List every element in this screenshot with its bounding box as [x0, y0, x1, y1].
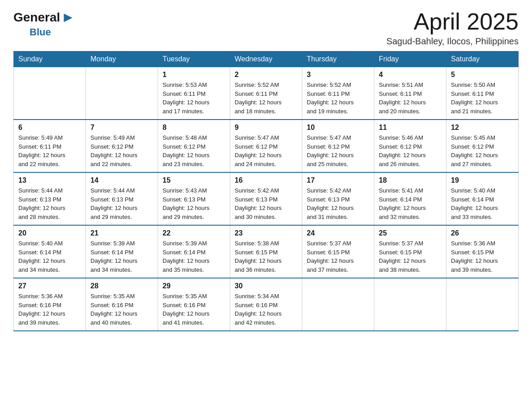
calendar-cell: 5Sunrise: 5:50 AM Sunset: 6:11 PM Daylig… — [446, 67, 519, 120]
calendar-cell: 24Sunrise: 5:37 AM Sunset: 6:15 PM Dayli… — [302, 225, 374, 278]
day-number: 13 — [18, 176, 81, 184]
day-info: Sunrise: 5:35 AM Sunset: 6:16 PM Dayligh… — [90, 292, 153, 327]
logo-arrow-icon: ► — [61, 9, 75, 26]
day-info: Sunrise: 5:35 AM Sunset: 6:16 PM Dayligh… — [163, 292, 225, 327]
calendar-cell: 19Sunrise: 5:40 AM Sunset: 6:14 PM Dayli… — [446, 172, 519, 225]
day-info: Sunrise: 5:49 AM Sunset: 6:12 PM Dayligh… — [90, 133, 153, 168]
calendar-week-row: 20Sunrise: 5:40 AM Sunset: 6:14 PM Dayli… — [14, 225, 519, 278]
day-info: Sunrise: 5:42 AM Sunset: 6:13 PM Dayligh… — [235, 186, 297, 221]
column-header-monday: Monday — [86, 51, 158, 67]
day-info: Sunrise: 5:47 AM Sunset: 6:12 PM Dayligh… — [307, 133, 369, 168]
day-number: 12 — [451, 124, 514, 132]
day-number: 22 — [163, 229, 225, 237]
day-number: 26 — [451, 229, 514, 237]
calendar-cell: 10Sunrise: 5:47 AM Sunset: 6:12 PM Dayli… — [302, 120, 374, 172]
day-number: 24 — [307, 229, 369, 237]
title-section: April 2025 Sagud-Bahley, Ilocos, Philipp… — [386, 9, 519, 47]
column-header-sunday: Sunday — [14, 51, 86, 67]
day-number: 17 — [307, 176, 369, 184]
day-number: 25 — [379, 229, 442, 237]
calendar-cell: 8Sunrise: 5:48 AM Sunset: 6:12 PM Daylig… — [158, 120, 230, 172]
day-number: 2 — [235, 71, 297, 79]
day-number: 21 — [90, 229, 153, 237]
calendar-cell: 16Sunrise: 5:42 AM Sunset: 6:13 PM Dayli… — [230, 172, 302, 225]
calendar-cell: 2Sunrise: 5:52 AM Sunset: 6:11 PM Daylig… — [230, 67, 302, 120]
day-number: 11 — [379, 124, 442, 132]
calendar-week-row: 6Sunrise: 5:49 AM Sunset: 6:11 PM Daylig… — [14, 120, 519, 172]
day-info: Sunrise: 5:42 AM Sunset: 6:13 PM Dayligh… — [307, 186, 369, 221]
calendar-cell — [374, 278, 446, 331]
day-number: 4 — [379, 71, 442, 79]
calendar-cell: 1Sunrise: 5:53 AM Sunset: 6:11 PM Daylig… — [158, 67, 230, 120]
calendar-cell: 14Sunrise: 5:44 AM Sunset: 6:13 PM Dayli… — [86, 172, 158, 225]
calendar-cell: 12Sunrise: 5:45 AM Sunset: 6:12 PM Dayli… — [446, 120, 519, 172]
day-info: Sunrise: 5:52 AM Sunset: 6:11 PM Dayligh… — [307, 81, 369, 116]
day-info: Sunrise: 5:38 AM Sunset: 6:15 PM Dayligh… — [235, 239, 297, 274]
logo: General ► Blue — [13, 9, 76, 38]
calendar-week-row: 13Sunrise: 5:44 AM Sunset: 6:13 PM Dayli… — [14, 172, 519, 225]
calendar-week-row: 27Sunrise: 5:36 AM Sunset: 6:16 PM Dayli… — [14, 278, 519, 331]
day-info: Sunrise: 5:51 AM Sunset: 6:11 PM Dayligh… — [379, 81, 442, 116]
calendar-cell — [302, 278, 374, 331]
calendar-header-row: SundayMondayTuesdayWednesdayThursdayFrid… — [14, 51, 519, 67]
column-header-thursday: Thursday — [302, 51, 374, 67]
day-info: Sunrise: 5:44 AM Sunset: 6:13 PM Dayligh… — [18, 186, 81, 221]
calendar-cell — [14, 67, 86, 120]
day-number: 30 — [235, 282, 297, 290]
calendar-cell: 20Sunrise: 5:40 AM Sunset: 6:14 PM Dayli… — [14, 225, 86, 278]
day-number: 27 — [18, 282, 81, 290]
day-number: 1 — [163, 71, 225, 79]
logo-blue-text: Blue — [30, 26, 51, 38]
calendar-cell — [446, 278, 519, 331]
calendar-cell: 9Sunrise: 5:47 AM Sunset: 6:12 PM Daylig… — [230, 120, 302, 172]
calendar-cell: 23Sunrise: 5:38 AM Sunset: 6:15 PM Dayli… — [230, 225, 302, 278]
calendar-cell: 7Sunrise: 5:49 AM Sunset: 6:12 PM Daylig… — [86, 120, 158, 172]
day-info: Sunrise: 5:40 AM Sunset: 6:14 PM Dayligh… — [451, 186, 514, 221]
calendar-cell: 21Sunrise: 5:39 AM Sunset: 6:14 PM Dayli… — [86, 225, 158, 278]
calendar-cell: 18Sunrise: 5:41 AM Sunset: 6:14 PM Dayli… — [374, 172, 446, 225]
day-info: Sunrise: 5:48 AM Sunset: 6:12 PM Dayligh… — [163, 133, 225, 168]
day-number: 20 — [18, 229, 81, 237]
day-number: 18 — [379, 176, 442, 184]
day-info: Sunrise: 5:45 AM Sunset: 6:12 PM Dayligh… — [451, 133, 514, 168]
day-info: Sunrise: 5:34 AM Sunset: 6:16 PM Dayligh… — [235, 292, 297, 327]
day-info: Sunrise: 5:40 AM Sunset: 6:14 PM Dayligh… — [18, 239, 81, 274]
calendar-cell: 13Sunrise: 5:44 AM Sunset: 6:13 PM Dayli… — [14, 172, 86, 225]
calendar-cell: 30Sunrise: 5:34 AM Sunset: 6:16 PM Dayli… — [230, 278, 302, 331]
day-number: 7 — [90, 124, 153, 132]
day-number: 19 — [451, 176, 514, 184]
day-number: 15 — [163, 176, 225, 184]
calendar-cell: 11Sunrise: 5:46 AM Sunset: 6:12 PM Dayli… — [374, 120, 446, 172]
day-info: Sunrise: 5:52 AM Sunset: 6:11 PM Dayligh… — [235, 81, 297, 116]
day-number: 28 — [90, 282, 153, 290]
calendar-cell: 26Sunrise: 5:36 AM Sunset: 6:15 PM Dayli… — [446, 225, 519, 278]
day-number: 6 — [18, 124, 81, 132]
day-info: Sunrise: 5:46 AM Sunset: 6:12 PM Dayligh… — [379, 133, 442, 168]
calendar-cell: 4Sunrise: 5:51 AM Sunset: 6:11 PM Daylig… — [374, 67, 446, 120]
day-info: Sunrise: 5:44 AM Sunset: 6:13 PM Dayligh… — [90, 186, 153, 221]
day-number: 29 — [163, 282, 225, 290]
day-info: Sunrise: 5:36 AM Sunset: 6:16 PM Dayligh… — [18, 292, 81, 327]
calendar-week-row: 1Sunrise: 5:53 AM Sunset: 6:11 PM Daylig… — [14, 67, 519, 120]
calendar-table: SundayMondayTuesdayWednesdayThursdayFrid… — [13, 51, 519, 331]
month-title: April 2025 — [386, 9, 519, 34]
day-info: Sunrise: 5:53 AM Sunset: 6:11 PM Dayligh… — [163, 81, 225, 116]
column-header-tuesday: Tuesday — [158, 51, 230, 67]
day-info: Sunrise: 5:39 AM Sunset: 6:14 PM Dayligh… — [163, 239, 225, 274]
column-header-friday: Friday — [374, 51, 446, 67]
day-info: Sunrise: 5:49 AM Sunset: 6:11 PM Dayligh… — [18, 133, 81, 168]
calendar-cell: 22Sunrise: 5:39 AM Sunset: 6:14 PM Dayli… — [158, 225, 230, 278]
calendar-cell: 25Sunrise: 5:37 AM Sunset: 6:15 PM Dayli… — [374, 225, 446, 278]
calendar-cell: 15Sunrise: 5:43 AM Sunset: 6:13 PM Dayli… — [158, 172, 230, 225]
calendar-cell: 28Sunrise: 5:35 AM Sunset: 6:16 PM Dayli… — [86, 278, 158, 331]
column-header-saturday: Saturday — [446, 51, 519, 67]
day-number: 5 — [451, 71, 514, 79]
day-number: 9 — [235, 124, 297, 132]
day-number: 8 — [163, 124, 225, 132]
calendar-cell: 3Sunrise: 5:52 AM Sunset: 6:11 PM Daylig… — [302, 67, 374, 120]
day-info: Sunrise: 5:36 AM Sunset: 6:15 PM Dayligh… — [451, 239, 514, 274]
day-info: Sunrise: 5:37 AM Sunset: 6:15 PM Dayligh… — [307, 239, 369, 274]
calendar-cell: 17Sunrise: 5:42 AM Sunset: 6:13 PM Dayli… — [302, 172, 374, 225]
day-info: Sunrise: 5:39 AM Sunset: 6:14 PM Dayligh… — [90, 239, 153, 274]
calendar-cell: 27Sunrise: 5:36 AM Sunset: 6:16 PM Dayli… — [14, 278, 86, 331]
